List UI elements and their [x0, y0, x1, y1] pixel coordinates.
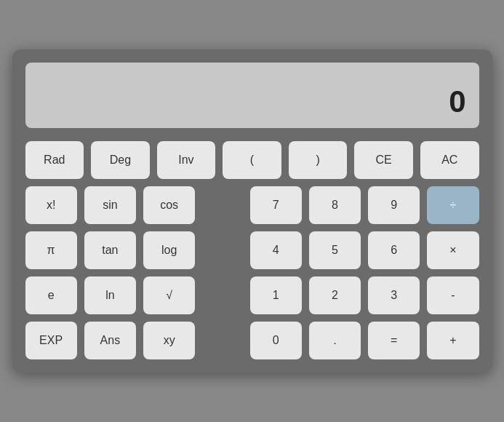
rad-button[interactable]: Rad [25, 141, 84, 179]
ans-button[interactable]: Ans [84, 322, 136, 359]
seven-button[interactable]: 7 [250, 186, 302, 224]
e-button[interactable]: e [25, 276, 77, 314]
subtract-button[interactable]: - [427, 276, 479, 314]
six-button[interactable]: 6 [368, 231, 420, 269]
row-5: EXP Ans xy 0 . = + [25, 322, 479, 359]
display-value: 0 [449, 84, 465, 119]
xy-button[interactable]: xy [143, 322, 195, 359]
four-button[interactable]: 4 [250, 231, 302, 269]
row-4: e ln √ 1 2 3 - [25, 276, 479, 314]
zero-button[interactable]: 0 [250, 322, 302, 359]
multiply-button[interactable]: × [427, 231, 479, 269]
row-3: π tan log 4 5 6 × [25, 231, 479, 269]
log-button[interactable]: log [143, 231, 195, 269]
one-button[interactable]: 1 [250, 276, 302, 314]
five-button[interactable]: 5 [309, 231, 361, 269]
open-paren-button[interactable]: ( [223, 141, 281, 179]
row-2: x! sin cos 7 8 9 ÷ [25, 186, 479, 224]
sin-button[interactable]: sin [84, 186, 136, 224]
row-1: Rad Deg Inv ( ) CE AC [25, 141, 479, 179]
ac-button[interactable]: AC [420, 141, 479, 179]
decimal-button[interactable]: . [309, 322, 361, 359]
two-button[interactable]: 2 [309, 276, 361, 314]
exp-button[interactable]: EXP [25, 322, 77, 359]
tan-button[interactable]: tan [84, 231, 136, 269]
button-panel: Rad Deg Inv ( ) CE AC x! sin cos 7 8 9 ÷… [25, 141, 479, 359]
cos-button[interactable]: cos [143, 186, 195, 224]
divide-button[interactable]: ÷ [427, 186, 479, 224]
display: 0 [25, 63, 479, 128]
pi-button[interactable]: π [25, 231, 77, 269]
calculator: 0 Rad Deg Inv ( ) CE AC x! sin cos 7 8 9… [12, 49, 492, 373]
three-button[interactable]: 3 [368, 276, 420, 314]
factorial-button[interactable]: x! [25, 186, 77, 224]
inv-button[interactable]: Inv [157, 141, 216, 179]
nine-button[interactable]: 9 [368, 186, 420, 224]
close-paren-button[interactable]: ) [289, 141, 348, 179]
eight-button[interactable]: 8 [309, 186, 361, 224]
equals-button[interactable]: = [368, 322, 420, 359]
add-button[interactable]: + [427, 322, 479, 359]
ln-button[interactable]: ln [84, 276, 136, 314]
deg-button[interactable]: Deg [91, 141, 150, 179]
sqrt-button[interactable]: √ [143, 276, 195, 314]
ce-button[interactable]: CE [354, 141, 413, 179]
